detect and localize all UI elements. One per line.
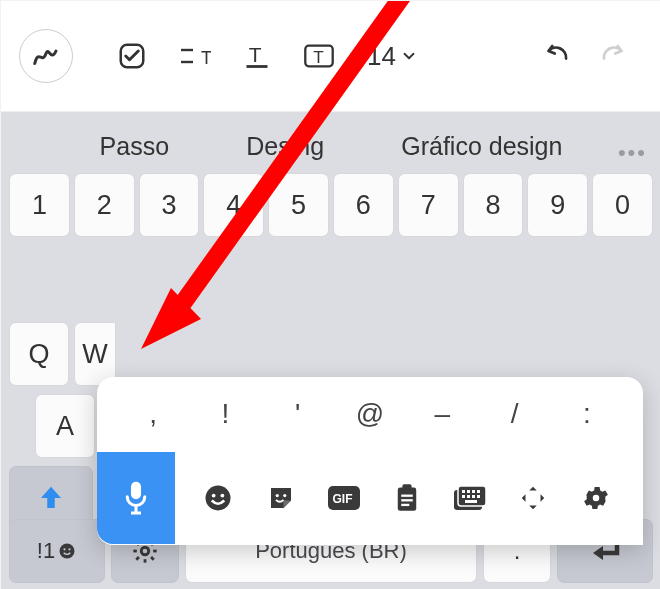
sticker-icon <box>266 483 296 513</box>
svg-rect-22 <box>131 482 141 500</box>
svg-point-27 <box>220 494 224 498</box>
popup-sym-comma[interactable]: , <box>133 398 173 430</box>
svg-point-10 <box>69 548 71 550</box>
keyboard-icon <box>453 485 487 512</box>
suggestion-2[interactable]: Desing <box>246 132 324 161</box>
key-9[interactable]: 9 <box>527 173 588 237</box>
scribble-icon <box>31 41 61 71</box>
chevron-down-icon <box>400 47 418 65</box>
popup-sym-apos[interactable]: ' <box>278 398 318 430</box>
sticker-button[interactable] <box>250 483 311 513</box>
input-options-popup: , ! ' @ – / : GIF <box>97 377 643 545</box>
svg-rect-40 <box>467 490 470 493</box>
svg-text:T: T <box>313 47 324 67</box>
svg-rect-42 <box>477 490 480 493</box>
checkbox-icon <box>117 41 147 71</box>
suggestion-3[interactable]: Gráfico design <box>401 132 562 161</box>
popup-symbols-row: , ! ' @ – / : <box>97 377 643 451</box>
key-7[interactable]: 7 <box>398 173 459 237</box>
keyboard-layout-button[interactable] <box>440 485 501 512</box>
svg-rect-39 <box>462 490 465 493</box>
pen-tool-button[interactable] <box>19 29 73 83</box>
resize-icon <box>518 483 548 513</box>
clipboard-icon <box>393 483 421 513</box>
redo-icon <box>597 41 631 71</box>
popup-icons-row: GIF <box>97 451 643 545</box>
emoji-small-icon <box>57 541 77 561</box>
symbols-key[interactable]: !1 <box>9 519 105 583</box>
svg-rect-44 <box>467 495 470 498</box>
svg-text:GIF: GIF <box>332 492 352 506</box>
svg-line-18 <box>136 557 139 560</box>
popup-sym-dash[interactable]: – <box>422 398 462 430</box>
font-size-value: 14 <box>367 41 396 72</box>
svg-point-26 <box>211 494 215 498</box>
key-a[interactable]: A <box>35 394 95 458</box>
emoji-button[interactable] <box>187 483 248 513</box>
underline-icon: T <box>243 41 271 71</box>
svg-text:T: T <box>249 43 262 66</box>
svg-point-28 <box>275 494 278 497</box>
popup-sym-at[interactable]: @ <box>350 398 390 430</box>
svg-point-25 <box>205 486 230 511</box>
text-box-tool-button[interactable]: T <box>303 41 335 71</box>
svg-point-29 <box>283 494 286 497</box>
text-align-icon: T <box>179 41 211 71</box>
popup-sym-colon[interactable]: : <box>567 398 607 430</box>
popup-sym-excl[interactable]: ! <box>205 398 245 430</box>
key-1[interactable]: 1 <box>9 173 70 237</box>
checkbox-tool-button[interactable] <box>117 41 147 71</box>
key-q[interactable]: Q <box>9 322 69 386</box>
gear-solid-icon <box>581 483 611 513</box>
text-align-tool-button[interactable]: T <box>179 41 211 71</box>
more-suggestions-button[interactable]: ••• <box>618 140 647 166</box>
svg-rect-33 <box>402 484 411 490</box>
svg-rect-41 <box>472 490 475 493</box>
emoji-icon <box>203 483 233 513</box>
underline-tool-button[interactable]: T <box>243 41 271 71</box>
suggestion-1[interactable]: Passo <box>100 132 169 161</box>
key-8[interactable]: 8 <box>463 173 524 237</box>
undo-icon <box>539 41 573 71</box>
settings-button[interactable] <box>566 483 627 513</box>
clipboard-button[interactable] <box>376 483 437 513</box>
gif-button[interactable]: GIF <box>313 485 374 511</box>
key-2[interactable]: 2 <box>74 173 135 237</box>
svg-point-11 <box>141 547 148 554</box>
svg-rect-45 <box>472 495 475 498</box>
suggestion-bar: Passo Desing Gráfico design <box>1 126 660 173</box>
shift-arrow-icon <box>36 483 66 513</box>
key-3[interactable]: 3 <box>139 173 200 237</box>
symbols-key-label: !1 <box>37 538 55 564</box>
svg-point-9 <box>64 548 66 550</box>
key-4[interactable]: 4 <box>203 173 264 237</box>
number-row: 1 2 3 4 5 6 7 8 9 0 <box>1 173 660 237</box>
undo-button[interactable] <box>539 41 573 71</box>
screenshot-root: T T T 14 Passo Desing Gráfico design •••… <box>0 0 660 589</box>
svg-rect-47 <box>465 500 477 503</box>
svg-point-48 <box>593 495 600 502</box>
mic-icon <box>121 479 151 517</box>
text-box-icon: T <box>303 41 335 71</box>
popup-sym-slash[interactable]: / <box>495 398 535 430</box>
redo-button[interactable] <box>597 41 631 71</box>
svg-text:T: T <box>201 48 211 68</box>
svg-point-8 <box>60 544 75 559</box>
key-6[interactable]: 6 <box>333 173 394 237</box>
resize-button[interactable] <box>503 483 564 513</box>
keyboard-area: Passo Desing Gráfico design ••• 1 2 3 4 … <box>1 112 660 589</box>
key-5[interactable]: 5 <box>268 173 329 237</box>
voice-input-button[interactable] <box>97 452 175 544</box>
font-size-selector[interactable]: 14 <box>367 41 418 72</box>
gif-icon: GIF <box>327 485 361 511</box>
svg-rect-46 <box>477 495 480 498</box>
app-toolbar: T T T 14 <box>1 1 660 112</box>
key-0[interactable]: 0 <box>592 173 653 237</box>
svg-rect-43 <box>462 495 465 498</box>
svg-line-17 <box>151 557 154 560</box>
